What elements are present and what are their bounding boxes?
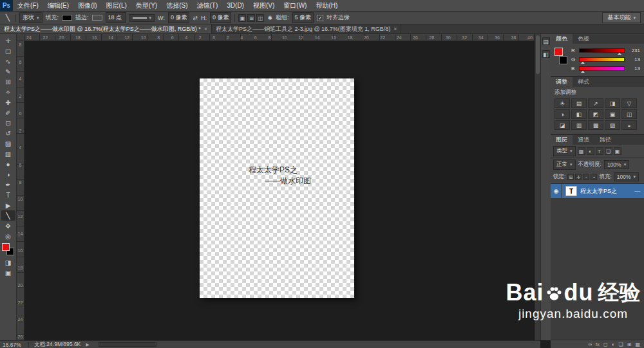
channel-slider[interactable] bbox=[579, 66, 625, 71]
adjustment-icon[interactable]: ◫ bbox=[621, 109, 637, 119]
tool-mode-select[interactable]: 形状 bbox=[19, 12, 43, 23]
layers-footer-icon[interactable]: ❏ bbox=[619, 342, 623, 347]
panel-tab[interactable]: 色板 bbox=[573, 34, 594, 44]
width-field[interactable]: 0 像素 bbox=[168, 12, 190, 23]
adjustment-icon[interactable]: ▤ bbox=[571, 98, 587, 108]
tool-button[interactable]: ◎ bbox=[1, 231, 15, 241]
tool-button[interactable]: ✒ bbox=[1, 179, 15, 190]
channel-value[interactable]: 13 bbox=[627, 66, 640, 71]
geometry-options-icon[interactable]: ✱ bbox=[267, 15, 272, 21]
stroke-color-swatch[interactable] bbox=[92, 15, 102, 21]
filter-type-select[interactable]: 类型 bbox=[553, 146, 576, 156]
scrollbar-thumb[interactable] bbox=[536, 35, 540, 74]
adjustment-icon[interactable]: ▨ bbox=[605, 120, 620, 130]
panel-tab[interactable]: 调整 bbox=[551, 77, 573, 87]
document-canvas[interactable]: 程太太学PS之 ——做水印图 bbox=[200, 78, 354, 298]
lock-icon[interactable]: ✛ bbox=[575, 174, 582, 180]
tool-button[interactable]: ✛ bbox=[1, 35, 15, 46]
layers-footer-icon[interactable]: fx bbox=[596, 342, 600, 347]
filter-icon[interactable]: ▦ bbox=[578, 147, 585, 155]
tool-button[interactable]: ◨ bbox=[1, 257, 15, 268]
document-tab-2[interactable]: 程太太学PS之——钢笔工具之 2-3.jpg @ 16.7%(图案填充 1, R… bbox=[212, 24, 401, 33]
adjustment-icon[interactable]: ◩ bbox=[588, 109, 603, 119]
current-tool-icon[interactable]: ╲ bbox=[3, 14, 12, 21]
tool-button[interactable]: ▨ bbox=[1, 138, 15, 149]
adjustment-icon[interactable]: ☀ bbox=[554, 98, 570, 108]
tool-button[interactable]: ✧ bbox=[1, 87, 15, 97]
close-tab-icon[interactable]: × bbox=[204, 26, 207, 32]
document-tab-1[interactable]: 程太太学PS之——做水印图 @ 16.7%(程太太学PS之——做水印图, RGB… bbox=[0, 24, 212, 33]
align-edges-checkbox[interactable]: ✓ bbox=[317, 15, 323, 21]
menu-item[interactable]: 帮助(H) bbox=[311, 0, 342, 11]
adjustment-icon[interactable]: ◧ bbox=[571, 109, 587, 119]
stroke-style-select[interactable] bbox=[129, 14, 155, 22]
canvas-area[interactable]: 程太太学PS之 ——做水印图 bbox=[24, 41, 535, 340]
panel-tab[interactable]: 颜色 bbox=[551, 34, 573, 44]
layers-footer-icon[interactable]: ◐ bbox=[612, 342, 615, 347]
panel-tab[interactable]: 样式 bbox=[573, 77, 594, 87]
channel-value[interactable]: 13 bbox=[627, 57, 640, 62]
tool-button[interactable]: ▶ bbox=[1, 200, 15, 210]
panel-color-swatches[interactable] bbox=[554, 48, 567, 64]
layers-footer-icon[interactable]: ▦ bbox=[635, 342, 640, 347]
tool-button[interactable]: ✎ bbox=[1, 66, 15, 77]
layers-footer-icon[interactable]: ⊞ bbox=[627, 342, 632, 347]
tool-button[interactable]: ▣ bbox=[1, 268, 15, 278]
layer-fill-select[interactable]: 100% bbox=[614, 172, 639, 181]
weight-field[interactable]: 5 像素 bbox=[292, 12, 314, 23]
tool-button[interactable]: ✚ bbox=[1, 97, 15, 107]
path-operation-icon[interactable]: ⊞ bbox=[247, 14, 255, 22]
lock-icon[interactable]: ▪ bbox=[591, 174, 597, 180]
panel-tab[interactable]: 通道 bbox=[573, 135, 594, 145]
layers-footer-icon[interactable]: ◻ bbox=[603, 342, 608, 347]
collapsed-panel-icon[interactable]: ◧ bbox=[542, 50, 550, 58]
zoom-level-field[interactable]: 16.67% bbox=[3, 342, 23, 348]
layer-row[interactable]: ◉ T 程太太学PS之 — bbox=[551, 184, 644, 198]
menu-item[interactable]: 类型(Y) bbox=[131, 0, 162, 11]
foreground-color-swatch[interactable] bbox=[554, 48, 563, 56]
adjustment-icon[interactable]: ↗ bbox=[588, 98, 603, 108]
color-swatch-control[interactable] bbox=[2, 243, 14, 255]
adjustment-icon[interactable]: ◨ bbox=[605, 98, 620, 108]
status-scrollbar[interactable] bbox=[99, 342, 156, 347]
layer-visibility-eye-icon[interactable]: ◉ bbox=[551, 184, 562, 198]
path-operation-icon[interactable]: ◫ bbox=[256, 14, 264, 22]
tool-button[interactable]: ◑ bbox=[1, 169, 15, 179]
tool-button[interactable]: ✥ bbox=[1, 221, 15, 231]
tool-button[interactable]: ▢ bbox=[1, 46, 15, 56]
menu-item[interactable]: 图层(L) bbox=[102, 0, 131, 11]
adjustment-icon[interactable]: ▣ bbox=[605, 109, 620, 119]
adjustment-icon[interactable]: ▽ bbox=[621, 98, 637, 108]
blend-mode-select[interactable]: 正常 bbox=[553, 160, 576, 170]
menu-item[interactable]: 视图(V) bbox=[249, 0, 279, 11]
stroke-width-field[interactable]: 18 点 bbox=[106, 12, 126, 23]
adjustment-icon[interactable]: ▥ bbox=[571, 120, 587, 130]
fill-color-swatch[interactable] bbox=[62, 15, 72, 21]
channel-slider[interactable] bbox=[579, 57, 625, 62]
filter-icon[interactable]: T bbox=[596, 147, 603, 155]
channel-value[interactable]: 231 bbox=[627, 48, 640, 53]
background-color-swatch[interactable] bbox=[559, 56, 567, 64]
menu-item[interactable]: 3D(D) bbox=[222, 0, 249, 11]
tool-button[interactable]: ∿ bbox=[1, 56, 15, 66]
lock-icon[interactable]: ▫ bbox=[583, 174, 589, 180]
tool-button[interactable]: T bbox=[1, 190, 15, 200]
lock-icon[interactable]: ⊞ bbox=[567, 174, 574, 180]
tool-button[interactable]: ⊞ bbox=[1, 77, 15, 87]
status-options-arrow-icon[interactable]: ▶ bbox=[86, 342, 89, 347]
tool-button[interactable]: ↺ bbox=[1, 128, 15, 138]
panel-tab[interactable]: 路径 bbox=[594, 135, 616, 145]
close-tab-icon[interactable]: × bbox=[393, 26, 397, 32]
filter-icon[interactable]: ◐ bbox=[587, 147, 594, 155]
tool-button[interactable]: ⊡ bbox=[1, 118, 15, 128]
panel-tab[interactable]: 图层 bbox=[551, 135, 573, 145]
menu-item[interactable]: 编辑(E) bbox=[43, 0, 73, 11]
height-field[interactable]: 0 像素 bbox=[210, 12, 232, 23]
opacity-select[interactable]: 100% bbox=[604, 160, 629, 169]
menu-item[interactable]: 图像(I) bbox=[73, 0, 101, 11]
menu-item[interactable]: 选择(S) bbox=[162, 0, 192, 11]
link-dimensions-icon[interactable]: ⇄ bbox=[193, 15, 198, 21]
menu-item[interactable]: 窗口(W) bbox=[279, 0, 311, 11]
menu-item[interactable]: 滤镜(T) bbox=[193, 0, 223, 11]
path-operation-icon[interactable]: ▣ bbox=[238, 14, 246, 22]
